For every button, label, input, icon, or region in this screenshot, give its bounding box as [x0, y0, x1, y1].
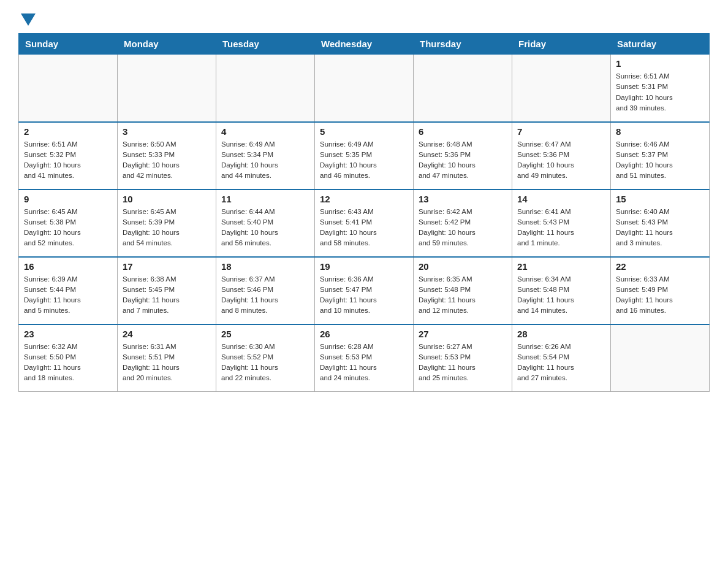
day-info: Sunrise: 6:51 AM Sunset: 5:31 PM Dayligh… — [616, 71, 704, 113]
calendar-cell: 4Sunrise: 6:49 AM Sunset: 5:34 PM Daylig… — [216, 122, 315, 190]
calendar-body: 1Sunrise: 6:51 AM Sunset: 5:31 PM Daylig… — [19, 55, 710, 392]
day-number: 3 — [123, 126, 211, 137]
calendar-cell: 26Sunrise: 6:28 AM Sunset: 5:53 PM Dayli… — [315, 324, 414, 392]
day-number: 12 — [320, 194, 408, 204]
calendar-cell: 27Sunrise: 6:27 AM Sunset: 5:53 PM Dayli… — [414, 324, 512, 392]
calendar-cell: 7Sunrise: 6:47 AM Sunset: 5:36 PM Daylig… — [512, 122, 611, 190]
day-number: 25 — [221, 329, 309, 339]
day-info: Sunrise: 6:45 AM Sunset: 5:39 PM Dayligh… — [123, 207, 211, 249]
calendar-cell: 16Sunrise: 6:39 AM Sunset: 5:44 PM Dayli… — [19, 257, 118, 324]
day-number: 8 — [616, 126, 704, 137]
week-row-1: 1Sunrise: 6:51 AM Sunset: 5:31 PM Daylig… — [19, 55, 710, 122]
day-info: Sunrise: 6:44 AM Sunset: 5:40 PM Dayligh… — [221, 207, 309, 249]
day-info: Sunrise: 6:38 AM Sunset: 5:45 PM Dayligh… — [123, 274, 211, 316]
day-number: 19 — [320, 261, 408, 272]
day-info: Sunrise: 6:40 AM Sunset: 5:43 PM Dayligh… — [616, 207, 704, 249]
day-number: 28 — [517, 329, 605, 339]
weekday-header-friday: Friday — [512, 34, 611, 55]
day-number: 20 — [419, 261, 507, 272]
calendar-cell: 5Sunrise: 6:49 AM Sunset: 5:35 PM Daylig… — [315, 122, 414, 190]
calendar-cell — [611, 324, 710, 392]
week-row-2: 2Sunrise: 6:51 AM Sunset: 5:32 PM Daylig… — [19, 122, 710, 190]
calendar-cell: 19Sunrise: 6:36 AM Sunset: 5:47 PM Dayli… — [315, 257, 414, 324]
day-number: 11 — [221, 194, 309, 204]
day-info: Sunrise: 6:51 AM Sunset: 5:32 PM Dayligh… — [24, 139, 112, 182]
calendar-cell: 1Sunrise: 6:51 AM Sunset: 5:31 PM Daylig… — [611, 55, 710, 122]
day-info: Sunrise: 6:33 AM Sunset: 5:49 PM Dayligh… — [616, 274, 704, 316]
week-row-3: 9Sunrise: 6:45 AM Sunset: 5:38 PM Daylig… — [19, 190, 710, 257]
logo — [18, 12, 36, 23]
day-info: Sunrise: 6:30 AM Sunset: 5:52 PM Dayligh… — [221, 342, 309, 384]
calendar-cell — [216, 55, 315, 122]
calendar-cell: 25Sunrise: 6:30 AM Sunset: 5:52 PM Dayli… — [216, 324, 315, 392]
day-info: Sunrise: 6:46 AM Sunset: 5:37 PM Dayligh… — [616, 139, 704, 182]
calendar-table: SundayMondayTuesdayWednesdayThursdayFrid… — [18, 33, 710, 392]
calendar-cell: 17Sunrise: 6:38 AM Sunset: 5:45 PM Dayli… — [118, 257, 216, 324]
day-info: Sunrise: 6:43 AM Sunset: 5:41 PM Dayligh… — [320, 207, 408, 249]
day-number: 21 — [517, 261, 605, 272]
day-number: 18 — [221, 261, 309, 272]
calendar-cell — [315, 55, 414, 122]
day-info: Sunrise: 6:32 AM Sunset: 5:50 PM Dayligh… — [24, 342, 112, 384]
weekday-header-saturday: Saturday — [611, 34, 710, 55]
day-info: Sunrise: 6:31 AM Sunset: 5:51 PM Dayligh… — [123, 342, 211, 384]
day-info: Sunrise: 6:48 AM Sunset: 5:36 PM Dayligh… — [419, 139, 507, 182]
calendar-cell: 6Sunrise: 6:48 AM Sunset: 5:36 PM Daylig… — [414, 122, 512, 190]
weekday-header-tuesday: Tuesday — [216, 34, 315, 55]
day-info: Sunrise: 6:36 AM Sunset: 5:47 PM Dayligh… — [320, 274, 408, 316]
calendar-cell — [414, 55, 512, 122]
calendar-header: SundayMondayTuesdayWednesdayThursdayFrid… — [19, 34, 710, 55]
day-number: 10 — [123, 194, 211, 204]
calendar-cell: 13Sunrise: 6:42 AM Sunset: 5:42 PM Dayli… — [414, 190, 512, 257]
day-number: 2 — [24, 126, 112, 137]
day-number: 24 — [123, 329, 211, 339]
day-number: 13 — [419, 194, 507, 204]
day-number: 7 — [517, 126, 605, 137]
day-info: Sunrise: 6:27 AM Sunset: 5:53 PM Dayligh… — [419, 342, 507, 384]
day-number: 27 — [419, 329, 507, 339]
day-number: 26 — [320, 329, 408, 339]
day-info: Sunrise: 6:35 AM Sunset: 5:48 PM Dayligh… — [419, 274, 507, 316]
calendar-cell: 9Sunrise: 6:45 AM Sunset: 5:38 PM Daylig… — [19, 190, 118, 257]
week-row-4: 16Sunrise: 6:39 AM Sunset: 5:44 PM Dayli… — [19, 257, 710, 324]
calendar-cell: 28Sunrise: 6:26 AM Sunset: 5:54 PM Dayli… — [512, 324, 611, 392]
calendar-cell: 24Sunrise: 6:31 AM Sunset: 5:51 PM Dayli… — [118, 324, 216, 392]
day-info: Sunrise: 6:37 AM Sunset: 5:46 PM Dayligh… — [221, 274, 309, 316]
day-info: Sunrise: 6:34 AM Sunset: 5:48 PM Dayligh… — [517, 274, 605, 316]
calendar-cell — [118, 55, 216, 122]
day-info: Sunrise: 6:45 AM Sunset: 5:38 PM Dayligh… — [24, 207, 112, 249]
page-header — [18, 12, 710, 23]
day-info: Sunrise: 6:42 AM Sunset: 5:42 PM Dayligh… — [419, 207, 507, 249]
calendar-cell: 22Sunrise: 6:33 AM Sunset: 5:49 PM Dayli… — [611, 257, 710, 324]
calendar-cell — [19, 55, 118, 122]
day-number: 22 — [616, 261, 704, 272]
day-number: 5 — [320, 126, 408, 137]
weekday-header-sunday: Sunday — [19, 34, 118, 55]
day-info: Sunrise: 6:39 AM Sunset: 5:44 PM Dayligh… — [24, 274, 112, 316]
calendar-cell: 15Sunrise: 6:40 AM Sunset: 5:43 PM Dayli… — [611, 190, 710, 257]
weekday-header-thursday: Thursday — [414, 34, 512, 55]
calendar-cell: 8Sunrise: 6:46 AM Sunset: 5:37 PM Daylig… — [611, 122, 710, 190]
calendar-cell: 12Sunrise: 6:43 AM Sunset: 5:41 PM Dayli… — [315, 190, 414, 257]
day-info: Sunrise: 6:47 AM Sunset: 5:36 PM Dayligh… — [517, 139, 605, 182]
day-number: 14 — [517, 194, 605, 204]
calendar-cell: 18Sunrise: 6:37 AM Sunset: 5:46 PM Dayli… — [216, 257, 315, 324]
calendar-cell: 21Sunrise: 6:34 AM Sunset: 5:48 PM Dayli… — [512, 257, 611, 324]
week-row-5: 23Sunrise: 6:32 AM Sunset: 5:50 PM Dayli… — [19, 324, 710, 392]
calendar-cell: 20Sunrise: 6:35 AM Sunset: 5:48 PM Dayli… — [414, 257, 512, 324]
day-number: 23 — [24, 329, 112, 339]
day-info: Sunrise: 6:28 AM Sunset: 5:53 PM Dayligh… — [320, 342, 408, 384]
day-number: 9 — [24, 194, 112, 204]
calendar-cell: 10Sunrise: 6:45 AM Sunset: 5:39 PM Dayli… — [118, 190, 216, 257]
calendar-cell: 23Sunrise: 6:32 AM Sunset: 5:50 PM Dayli… — [19, 324, 118, 392]
logo-triangle-icon — [21, 13, 36, 26]
day-info: Sunrise: 6:50 AM Sunset: 5:33 PM Dayligh… — [123, 139, 211, 182]
day-info: Sunrise: 6:41 AM Sunset: 5:43 PM Dayligh… — [517, 207, 605, 249]
day-number: 1 — [616, 58, 704, 69]
day-number: 15 — [616, 194, 704, 204]
calendar-cell: 11Sunrise: 6:44 AM Sunset: 5:40 PM Dayli… — [216, 190, 315, 257]
calendar-cell: 3Sunrise: 6:50 AM Sunset: 5:33 PM Daylig… — [118, 122, 216, 190]
day-info: Sunrise: 6:49 AM Sunset: 5:34 PM Dayligh… — [221, 139, 309, 182]
day-number: 4 — [221, 126, 309, 137]
day-number: 16 — [24, 261, 112, 272]
